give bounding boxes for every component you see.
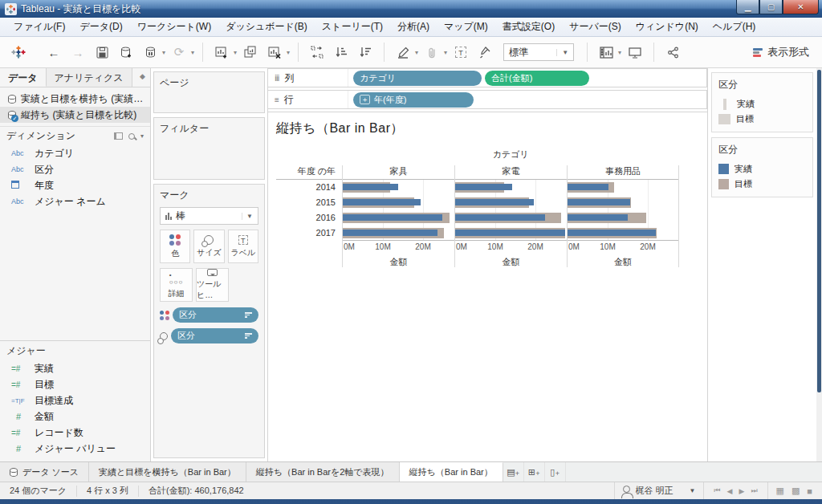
title-bar[interactable]: Tableau - 実績と目標を比較 ▁ ▢ ✕ [0, 0, 822, 18]
menu-item-1[interactable]: データ(D) [72, 18, 129, 36]
pane-pin-icon[interactable]: ◆ [135, 68, 150, 87]
measure-field[interactable]: =#レコード数 [0, 425, 150, 441]
actual-bar[interactable] [568, 230, 656, 236]
dimension-field[interactable]: Abcメジャー ネーム [0, 193, 150, 209]
tab-sheet-3-active[interactable]: 縦持ち（Bar in Bar） [400, 462, 503, 482]
size-button[interactable]: サイズ [193, 230, 224, 263]
size-legend[interactable]: 区分 実績 目標 [711, 72, 813, 132]
show-sheet-view-icon[interactable]: ■ [807, 486, 812, 496]
highlight-icon[interactable] [393, 42, 413, 63]
refresh-icon[interactable]: ⟳ [169, 42, 189, 63]
last-sheet-icon[interactable]: ⏭ [751, 486, 757, 495]
close-button[interactable]: ✕ [783, 0, 819, 14]
menu-item-4[interactable]: ストーリー(T) [315, 18, 390, 36]
size-legend-item[interactable]: 実績 [718, 96, 806, 112]
fit-dropdown[interactable]: 標準 ▼ [503, 43, 574, 61]
data-source-item[interactable]: 縦持ち (実績と目標を比較) [0, 107, 150, 123]
actual-bar[interactable] [568, 184, 608, 190]
actual-bar[interactable] [568, 199, 630, 205]
show-hide-cards-icon[interactable] [596, 42, 616, 63]
clear-sheet-icon[interactable] [264, 42, 285, 63]
menu-item-6[interactable]: マップ(M) [437, 18, 495, 36]
measure-field[interactable]: #メジャー バリュー [0, 441, 150, 457]
first-sheet-icon[interactable]: ⏮ [714, 486, 720, 495]
pages-card[interactable]: ページ [153, 71, 265, 113]
actual-bar[interactable] [568, 214, 628, 221]
menu-item-3[interactable]: ダッシュボード(B) [218, 18, 315, 36]
new-data-source-icon[interactable] [116, 42, 136, 63]
dimension-field[interactable]: 年度 [0, 177, 150, 193]
pill-year[interactable]: ＋ 年(年度) [353, 92, 474, 108]
dimensions-menu-caret[interactable]: ▾ [140, 132, 144, 140]
refresh-caret[interactable]: ▾ [191, 49, 194, 56]
measure-field[interactable]: =#実績 [0, 360, 150, 376]
presentation-mode-icon[interactable] [625, 42, 645, 63]
actual-bar[interactable] [455, 199, 534, 205]
pane-body[interactable] [568, 180, 678, 241]
pill-sum-amount[interactable]: 合計(金額) [485, 71, 589, 86]
tab-sheet-1[interactable]: 実績と目標を横持ち（Bar in Bar） [89, 462, 246, 482]
filters-card[interactable]: フィルター [153, 117, 265, 180]
detail-button[interactable]: •○○○ 詳細 [160, 268, 193, 302]
share-icon[interactable] [662, 42, 683, 63]
actual-bar[interactable] [455, 184, 512, 190]
menu-item-7[interactable]: 書式設定(O) [495, 18, 562, 36]
color-legend-item[interactable]: 実績 [718, 161, 806, 177]
rows-shelf[interactable]: ≡ 行 ＋ 年(年度) [268, 90, 707, 109]
new-worksheet-icon[interactable] [211, 42, 232, 63]
menu-item-5[interactable]: 分析(A) [390, 18, 437, 36]
user-menu[interactable]: 梶谷 明正 ▼ [614, 482, 703, 499]
actual-bar[interactable] [343, 199, 421, 205]
marks-pill-color[interactable]: 区分 [173, 307, 258, 323]
expand-field-icon[interactable]: ＋ [360, 95, 370, 104]
actual-bar[interactable] [343, 214, 442, 221]
pause-updates-icon[interactable] [140, 42, 161, 63]
new-worksheet-tab-icon[interactable]: ▤₊ [503, 462, 524, 482]
show-filmstrip-view-icon[interactable]: ▩ [791, 486, 800, 496]
data-source-item[interactable]: 実績と目標を横持ち (実績… [0, 91, 150, 107]
actual-bar[interactable] [343, 184, 398, 190]
new-worksheet-caret[interactable]: ▾ [234, 49, 237, 56]
show-me-button[interactable]: 表示形式 [753, 45, 814, 59]
previous-sheet-icon[interactable]: ◀ [727, 487, 733, 495]
menu-item-2[interactable]: ワークシート(W) [130, 18, 218, 36]
sort-descending-icon[interactable] [355, 42, 376, 63]
minimize-button[interactable]: ▁ [736, 0, 759, 14]
vertical-scrollbar[interactable] [816, 68, 822, 461]
sort-ascending-icon[interactable] [331, 42, 352, 63]
tab-data-source[interactable]: データ ソース [0, 462, 89, 482]
measure-field[interactable]: =T|F目標達成 [0, 392, 150, 408]
show-tabs-view-icon[interactable]: ▦ [776, 486, 784, 496]
maximize-button[interactable]: ▢ [759, 0, 783, 14]
tab-data[interactable]: データ [0, 68, 47, 87]
undo-icon[interactable]: ← [43, 42, 64, 63]
tab-sheet-2[interactable]: 縦持ち（Bar in Barを2軸で表現） [246, 462, 400, 482]
fix-axes-icon[interactable] [474, 42, 495, 63]
new-story-tab-icon[interactable]: ▯₊ [545, 462, 566, 482]
new-dashboard-tab-icon[interactable]: ⊞₊ [524, 462, 545, 482]
menu-item-10[interactable]: ヘルプ(H) [706, 18, 763, 36]
actual-bar[interactable] [455, 214, 545, 221]
highlight-caret[interactable]: ▾ [415, 49, 418, 56]
menu-item-9[interactable]: ウィンドウ(N) [629, 18, 706, 36]
save-icon[interactable] [92, 42, 112, 63]
label-button[interactable]: T ラベル [228, 230, 258, 263]
size-legend-item[interactable]: 目標 [718, 112, 806, 127]
pane-body[interactable] [455, 180, 567, 241]
show-mark-labels-icon[interactable]: T [450, 42, 471, 63]
dimension-field[interactable]: Abc区分 [0, 161, 150, 177]
show-hide-cards-caret[interactable]: ▾ [618, 49, 621, 56]
actual-bar[interactable] [455, 230, 565, 236]
clear-sheet-caret[interactable]: ▾ [287, 49, 290, 56]
measure-field[interactable]: =#目標 [0, 376, 150, 392]
color-legend[interactable]: 区分 実績 目標 [711, 137, 813, 197]
tab-analytics[interactable]: アナリティクス [47, 68, 132, 87]
columns-shelf[interactable]: ⅲ 列 カテゴリ 合計(金額) [268, 68, 707, 87]
group-members-caret[interactable]: ▾ [444, 49, 447, 56]
menu-item-0[interactable]: ファイル(F) [6, 18, 72, 36]
mark-type-dropdown[interactable]: 棒 ▼ [160, 207, 258, 225]
view-as-grid-icon[interactable] [114, 132, 123, 140]
tableau-logo-icon[interactable] [8, 42, 29, 63]
pane-body[interactable] [343, 180, 454, 241]
next-sheet-icon[interactable]: ▶ [739, 487, 745, 495]
